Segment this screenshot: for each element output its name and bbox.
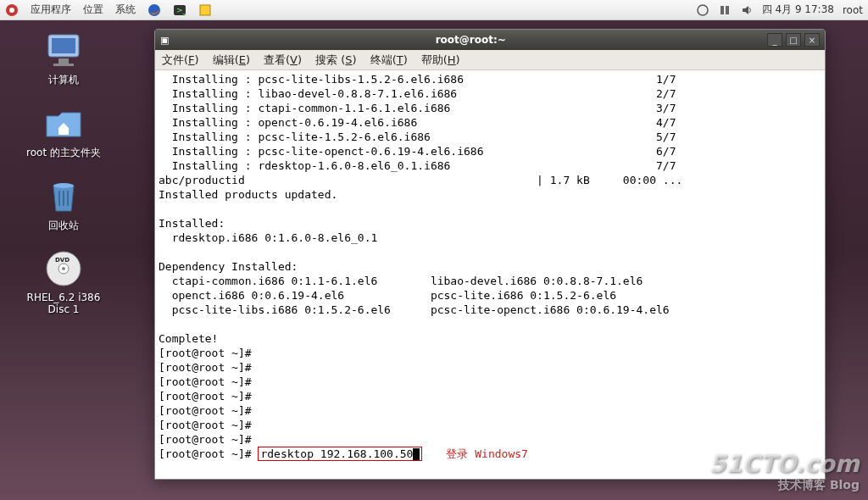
update-icon[interactable] <box>696 3 709 17</box>
volume-icon[interactable] <box>740 3 754 17</box>
svg-point-2 <box>148 4 160 16</box>
desktop-label-home: root 的主文件夹 <box>26 146 101 160</box>
menu-applications[interactable]: 应用程序 <box>31 3 71 17</box>
desktop-label-trash: 回收站 <box>48 219 79 233</box>
svg-rect-8 <box>726 6 729 14</box>
distro-icon <box>5 3 19 17</box>
menu-terminal[interactable]: 终端(T) <box>370 53 408 68</box>
minimize-button[interactable]: _ <box>767 33 782 47</box>
svg-point-20 <box>62 267 65 270</box>
desktop-label-computer: 计算机 <box>48 73 79 87</box>
clock[interactable]: 四 4月 9 17:38 <box>762 3 834 17</box>
app-launcher-icon[interactable] <box>198 3 212 17</box>
desktop-icon-computer[interactable]: 计算机 <box>17 30 110 87</box>
maximize-button[interactable]: □ <box>786 33 801 47</box>
close-button[interactable]: × <box>804 33 820 47</box>
terminal-output[interactable]: Installing : pcsc-lite-libs-1.5.2-6.el6.… <box>155 70 825 479</box>
svg-rect-13 <box>53 64 74 66</box>
svg-point-14 <box>53 183 74 188</box>
cursor <box>413 448 420 460</box>
menu-view[interactable]: 查看(V) <box>264 53 302 68</box>
menubar: 文件(F) 编辑(E) 查看(V) 搜索 (S) 终端(T) 帮助(H) <box>155 50 825 70</box>
svg-text:DVD: DVD <box>55 257 70 264</box>
svg-point-6 <box>698 5 708 15</box>
top-panel: 应用程序 位置 系统 >_ 四 4月 9 17:38 root <box>0 0 868 20</box>
menu-places[interactable]: 位置 <box>83 3 103 17</box>
svg-rect-12 <box>58 58 69 64</box>
menu-search[interactable]: 搜索 (S) <box>315 53 357 68</box>
menu-system[interactable]: 系统 <box>115 3 136 17</box>
command-input[interactable]: rdesktop 192.168.100.50 <box>258 447 422 461</box>
svg-rect-15 <box>58 191 60 206</box>
desktop: 应用程序 位置 系统 >_ 四 4月 9 17:38 root 计算机 <box>0 0 868 500</box>
terminal-launcher-icon[interactable]: >_ <box>173 3 186 17</box>
svg-marker-9 <box>743 6 748 14</box>
window-menu-icon[interactable]: ▣ <box>160 35 169 46</box>
desktop-icon-disc[interactable]: DVD RHEL_6.2 i386 Disc 1 <box>17 248 110 315</box>
user-label[interactable]: root <box>843 4 863 16</box>
annotation: 登录 Windows7 <box>446 447 527 460</box>
terminal-window: ▣ root@root:~ _ □ × 文件(F) 编辑(E) 查看(V) 搜索… <box>154 29 826 480</box>
svg-rect-16 <box>63 191 64 206</box>
desktop-label-disc: RHEL_6.2 i386 Disc 1 <box>17 292 110 315</box>
svg-rect-5 <box>200 5 210 15</box>
menu-edit[interactable]: 编辑(E) <box>213 53 250 68</box>
svg-rect-11 <box>52 38 75 53</box>
desktop-icon-trash[interactable]: 回收站 <box>17 175 110 233</box>
svg-point-1 <box>9 8 14 13</box>
network-icon[interactable] <box>718 3 732 17</box>
svg-rect-17 <box>67 191 69 206</box>
desktop-icon-home[interactable]: root 的主文件夹 <box>17 103 110 160</box>
watermark: 51CTO.com 技术博客 Blog <box>709 450 860 493</box>
menu-file[interactable]: 文件(F) <box>162 53 199 68</box>
window-title: root@root:~ <box>174 34 767 46</box>
svg-rect-7 <box>721 6 724 14</box>
svg-text:>_: >_ <box>176 6 186 14</box>
menu-help[interactable]: 帮助(H) <box>421 53 460 68</box>
titlebar[interactable]: ▣ root@root:~ _ □ × <box>155 30 825 50</box>
firefox-icon[interactable] <box>147 3 161 17</box>
